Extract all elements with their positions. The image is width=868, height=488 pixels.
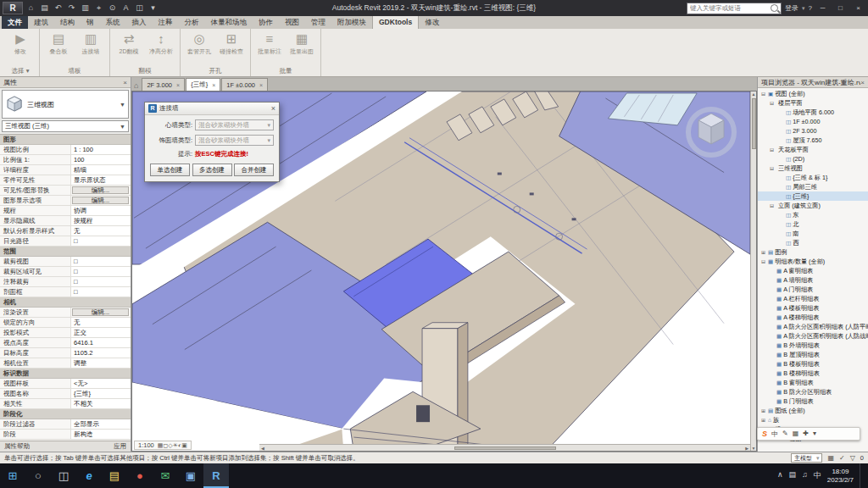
tree-expander-icon[interactable]: ⊟: [760, 258, 766, 264]
view-control-icon[interactable]: ▣: [181, 442, 187, 448]
status-check-icon[interactable]: ✓: [839, 454, 845, 462]
home-view-icon[interactable]: ⌂: [134, 81, 138, 90]
property-value[interactable]: □: [71, 257, 131, 266]
type-selector[interactable]: 三维视图 ▼: [2, 90, 129, 119]
maximize-button[interactable]: □: [833, 2, 848, 14]
view-tab-close-icon[interactable]: ×: [212, 82, 215, 88]
property-value[interactable]: 不相关: [71, 399, 131, 408]
minimize-button[interactable]: ─: [815, 2, 830, 14]
tree-item[interactable]: ▦ B 屋顶明细表: [758, 350, 868, 359]
dialog-action-button[interactable]: 单选创建: [150, 164, 190, 176]
ime-mode-icon[interactable]: ▦: [793, 430, 799, 439]
property-row[interactable]: 比例值 1:100: [0, 155, 131, 165]
view-tab[interactable]: 2F 3.000×: [142, 78, 185, 91]
ribbon-button[interactable]: ▥连接墙: [75, 30, 106, 66]
property-value[interactable]: <无>: [71, 379, 131, 388]
view-tab[interactable]: 1F ±0.000×: [221, 78, 268, 91]
property-value[interactable]: 100: [71, 155, 131, 164]
tree-item[interactable]: ▦ B 外墙明细表: [758, 341, 868, 350]
tree-item[interactable]: ⊟ ▣ 视图 (全部): [758, 89, 868, 98]
show-desktop-button[interactable]: [860, 463, 863, 488]
tree-item[interactable]: ◫ 南: [758, 229, 868, 238]
property-row[interactable]: 相关性不相关: [0, 399, 131, 409]
search-input[interactable]: [687, 4, 771, 12]
tree-item[interactable]: ◫ (2D): [758, 154, 868, 164]
view-tab-close-icon[interactable]: ×: [259, 82, 263, 88]
property-row[interactable]: 阶段新构造: [0, 430, 131, 440]
tree-expander-icon[interactable]: ⊟: [769, 100, 775, 106]
tree-item[interactable]: ◫ 场地平面 6.000: [758, 108, 868, 117]
ribbon-tab[interactable]: 分析: [179, 16, 205, 29]
tree-item[interactable]: ▦ A 窗明细表: [758, 266, 868, 275]
property-value[interactable]: 正交: [71, 328, 131, 337]
property-row[interactable]: 目标高度1105.2: [0, 348, 131, 358]
ribbon-button[interactable]: ≡批量标注: [254, 30, 285, 66]
ribbon-button[interactable]: ▤叠合板: [43, 30, 74, 66]
tree-item[interactable]: ◫ 2F 3.000: [758, 126, 868, 136]
property-value[interactable]: 无: [71, 226, 131, 236]
dialog-close-icon[interactable]: ×: [271, 104, 275, 113]
property-row[interactable]: 剖面框□: [0, 287, 131, 297]
property-row[interactable]: 视图比例1 : 100: [0, 145, 131, 155]
ribbon-tab[interactable]: 修改: [419, 16, 445, 29]
taskbar-app-icon[interactable]: ●: [127, 463, 153, 488]
tree-expander-icon[interactable]: ⊞: [760, 417, 766, 423]
tree-item[interactable]: ▦ A 防火分区面积明细表 (人防战时): [758, 331, 868, 341]
tray-icon[interactable]: ♫: [802, 470, 808, 481]
taskbar-app-icon[interactable]: ◫: [51, 463, 76, 488]
titlebar-search[interactable]: [687, 3, 782, 14]
tree-item[interactable]: ▦ B 门明细表: [758, 396, 868, 406]
property-value[interactable]: □: [71, 236, 131, 246]
ribbon-button[interactable]: ◎套管开孔: [184, 30, 214, 66]
tree-expander-icon[interactable]: ⊟: [769, 202, 775, 208]
property-row[interactable]: 零件可见性显示原状态: [0, 175, 131, 186]
property-row[interactable]: 默认分析显示样式无: [0, 226, 131, 236]
view-tab-active[interactable]: {三维}×: [186, 78, 220, 91]
taskbar-app-icon[interactable]: e: [76, 463, 102, 488]
tree-item[interactable]: ⊞ ▤ 图纸 (全部): [758, 406, 868, 415]
wall-type-select[interactable]: 混合砂浆砌块外墙▾: [195, 119, 274, 130]
property-row[interactable]: 详细程度精细: [0, 165, 131, 175]
tree-item[interactable]: ◫ 西: [758, 238, 868, 247]
tree-item[interactable]: ◫ 北: [758, 219, 868, 229]
property-value[interactable]: {三维}: [71, 389, 131, 398]
app-menu-button[interactable]: R: [3, 2, 23, 14]
property-value[interactable]: 编辑...: [72, 308, 129, 316]
tree-item[interactable]: ◫ 1F ±0.000: [758, 117, 868, 126]
tree-item[interactable]: ▦ A 墙明细表: [758, 275, 868, 285]
ribbon-button[interactable]: ↕净高分析: [146, 30, 176, 66]
property-value[interactable]: 显示原状态: [71, 175, 131, 185]
signin-button[interactable]: 登录: [785, 3, 798, 13]
tree-item[interactable]: ⊟ 立面 (建筑立面): [758, 201, 868, 210]
vertical-scrollbar[interactable]: ▲▼: [750, 92, 756, 451]
property-value[interactable]: 无: [71, 318, 131, 327]
ribbon-tab[interactable]: 文件: [2, 16, 28, 29]
tray-icon[interactable]: ∧: [777, 470, 783, 481]
finish-wall-type-select[interactable]: 混合砂浆砌块外墙▾: [195, 135, 274, 146]
ribbon-tab[interactable]: 钢: [81, 16, 100, 29]
qat-button-icon[interactable]: ▤: [38, 2, 51, 14]
taskbar-app-icon[interactable]: ✉: [153, 463, 178, 488]
ime-mode-icon[interactable]: ▾: [813, 430, 816, 439]
property-row[interactable]: 阶段过滤器全部显示: [0, 419, 131, 430]
scale-button[interactable]: 1:100: [138, 441, 154, 449]
property-value[interactable]: 新构造: [71, 430, 131, 439]
ribbon-button[interactable]: ⇄2D翻模: [114, 30, 144, 66]
tray-icon[interactable]: 中: [814, 470, 821, 481]
properties-close-icon[interactable]: ×: [123, 79, 127, 86]
property-row[interactable]: 日光路径□: [0, 236, 131, 247]
apply-button[interactable]: 应用: [114, 442, 126, 451]
tree-expander-icon[interactable]: ⊞: [760, 249, 766, 255]
ribbon-tab[interactable]: 附加模块: [331, 16, 372, 29]
property-row[interactable]: 视点高度6416.1: [0, 338, 131, 348]
tree-item[interactable]: ⊞ ▤ 图例: [758, 247, 868, 257]
taskbar-app-icon[interactable]: ▤: [102, 463, 127, 488]
scroll-right-icon[interactable]: ▶: [745, 446, 748, 451]
qat-button-icon[interactable]: ⊙: [106, 2, 119, 14]
property-row[interactable]: 图形显示选项编辑...: [0, 196, 131, 206]
dialog-titlebar[interactable]: R 连接墙 ×: [145, 103, 279, 115]
ribbon-tab[interactable]: 注释: [153, 16, 179, 29]
help-button[interactable]: ?: [809, 4, 812, 12]
tree-item[interactable]: ▦ A 楼板明细表: [758, 303, 868, 313]
property-value[interactable]: □: [71, 287, 131, 297]
